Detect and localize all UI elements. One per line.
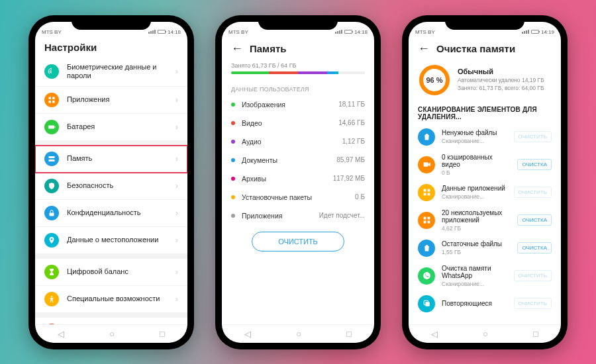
settings-row-lock[interactable]: Конфиденциальность› xyxy=(35,200,187,227)
settings-row-battery[interactable]: Батарея› xyxy=(35,114,187,140)
category-label: Аудио xyxy=(242,138,342,146)
section-title: ДАННЫЕ ПОЛЬЗОВАТЕЛЯ xyxy=(222,79,374,95)
cleanup-info: Остаточные файлы1,55 ГБ xyxy=(442,240,511,255)
settings-row-grid[interactable]: Приложения› xyxy=(35,87,187,114)
signal-icon xyxy=(335,30,342,34)
cleanup-action-button[interactable]: ОЧИСТИТЬ xyxy=(514,298,552,309)
ring-info: Обычный Автоматически удалено 14,19 ГБЗа… xyxy=(458,68,544,91)
phone-cleanup: MTS BY 14:19 ← Очистка памяти 96 % xyxy=(402,15,568,349)
nav-back-icon[interactable]: ◁ xyxy=(244,329,251,339)
chevron-right-icon: › xyxy=(175,295,178,304)
settings-row-shield[interactable]: Безопасность› xyxy=(35,173,187,200)
svg-point-10 xyxy=(51,296,52,297)
hourglass-icon xyxy=(44,265,59,279)
phone-settings: MTS BY 14:18 Настройки Биометрические да… xyxy=(28,15,194,349)
back-button[interactable]: ← xyxy=(231,42,243,56)
svg-rect-1 xyxy=(52,97,55,99)
cleanup-label: Повторяющиеся xyxy=(442,300,507,308)
nav-bar: ◁ ○ □ xyxy=(222,324,374,343)
cleanup-action-button[interactable]: ОЧИСТКА xyxy=(517,214,552,226)
nav-recent-icon[interactable]: □ xyxy=(160,329,165,339)
svg-rect-6 xyxy=(49,156,55,158)
phone-notch xyxy=(258,15,338,30)
chevron-right-icon: › xyxy=(175,267,178,277)
ring-title: Обычный xyxy=(458,68,544,75)
category-value: 85,97 МБ xyxy=(336,156,365,163)
row-label: Конфиденциальность xyxy=(67,208,175,217)
cleanup-content[interactable]: 96 % Обычный Автоматически удалено 14,19… xyxy=(409,60,561,324)
category-label: Архивы xyxy=(242,175,333,183)
storage-row[interactable]: Аудио1,12 ГБ xyxy=(222,132,374,151)
storage-row[interactable]: Видео14,66 ГБ xyxy=(222,114,374,132)
nav-recent-icon[interactable]: □ xyxy=(533,329,538,339)
storage-row[interactable]: ПриложенияИдет подсчет... xyxy=(222,206,374,225)
nav-back-icon[interactable]: ◁ xyxy=(58,329,64,339)
cleanup-row[interactable]: Очистка памяти WhatsAppСканирование...ОЧ… xyxy=(409,261,561,291)
cleanup-row[interactable]: Данные приложенийСканирование...ОЧИСТИТЬ xyxy=(409,180,561,205)
cleanup-action-button[interactable]: ОЧИСТИТЬ xyxy=(514,187,552,198)
cleanup-row[interactable]: Ненужные файлыСканирование...ОЧИСТИТЬ xyxy=(409,124,561,150)
chevron-right-icon: › xyxy=(175,181,178,191)
storage-row[interactable]: Изображения18,11 ГБ xyxy=(222,95,374,114)
usage-ring: 96 % xyxy=(418,64,451,97)
cleanup-label: 20 неиспользуемых приложений xyxy=(442,209,511,224)
carrier-label: MTS BY xyxy=(228,29,248,35)
svg-rect-2 xyxy=(49,101,52,103)
phone-notch xyxy=(445,15,524,30)
settings-row-storage[interactable]: Память› xyxy=(35,146,187,173)
phone-storage: MTS BY 14:18 ← Память Занято 61,73 ГБ / … xyxy=(215,15,381,349)
cleanup-action-button[interactable]: ОЧИСТКА xyxy=(517,159,552,170)
row-label: Цифровой баланс xyxy=(67,267,175,276)
battery-icon xyxy=(531,30,539,34)
settings-row-hourglass[interactable]: Цифровой баланс› xyxy=(35,259,187,286)
clean-button[interactable]: ОЧИСТИТЬ xyxy=(252,232,344,251)
cleanup-row[interactable]: 20 неиспользуемых приложений4,62 ГБОЧИСТ… xyxy=(409,205,561,236)
accessibility-icon xyxy=(44,292,59,306)
ring-percent: 96 % xyxy=(418,64,451,97)
svg-rect-16 xyxy=(427,189,430,192)
screen: MTS BY 14:18 Настройки Биометрические да… xyxy=(35,22,187,343)
row-label: Память xyxy=(67,154,175,163)
chevron-right-icon: › xyxy=(175,122,178,132)
settings-row-accessibility[interactable]: Специальные возможности› xyxy=(35,286,187,312)
settings-row-fingerprint[interactable]: Биометрические данные и пароли› xyxy=(35,57,187,87)
cleanup-action-button[interactable]: ОЧИСТИТЬ xyxy=(514,270,552,281)
settings-row-pin[interactable]: Данные о местоположении› xyxy=(35,227,187,253)
battery-icon xyxy=(344,30,352,34)
storage-row[interactable]: Установочные пакеты0 Б xyxy=(222,188,374,206)
svg-rect-15 xyxy=(423,189,426,192)
carrier-label: MTS BY xyxy=(42,29,62,35)
cleanup-row[interactable]: Остаточные файлы1,55 ГБОЧИСТКА xyxy=(409,236,561,261)
usage-bar xyxy=(231,71,365,74)
nav-back-icon[interactable]: ◁ xyxy=(431,329,438,339)
storage-content[interactable]: Занято 61,73 ГБ / 64 ГБ ДАННЫЕ ПОЛЬЗОВАТ… xyxy=(222,60,374,324)
battery-icon xyxy=(44,120,59,134)
nav-home-icon[interactable]: ○ xyxy=(296,329,301,339)
nav-home-icon[interactable]: ○ xyxy=(109,329,115,339)
cleanup-row[interactable]: ПовторяющиесяОЧИСТИТЬ xyxy=(409,291,561,316)
cleanup-sublabel: 4,62 ГБ xyxy=(442,225,511,232)
svg-rect-14 xyxy=(423,162,428,167)
cleanup-sublabel: Сканирование... xyxy=(442,193,507,200)
settings-list[interactable]: Биометрические данные и пароли›Приложени… xyxy=(35,57,187,324)
clock-label: 14:18 xyxy=(354,29,368,35)
whatsapp-icon xyxy=(418,267,435,285)
cleanup-action-button[interactable]: ОЧИСТИТЬ xyxy=(514,131,552,142)
storage-row[interactable]: Архивы117,92 МБ xyxy=(222,169,374,188)
settings-row-person[interactable]: Аккаунты› xyxy=(35,318,187,324)
nav-recent-icon[interactable]: □ xyxy=(346,329,352,339)
nav-home-icon[interactable]: ○ xyxy=(483,329,488,339)
page-title: Очистка памяти xyxy=(436,43,515,54)
cleanup-label: 0 кэшированных видео xyxy=(442,154,511,169)
pin-icon xyxy=(44,233,59,248)
phone-notch xyxy=(72,15,151,30)
chevron-right-icon: › xyxy=(175,67,178,76)
cleanup-action-button[interactable]: ОЧИСТКА xyxy=(517,242,552,253)
chevron-right-icon: › xyxy=(175,154,178,163)
back-button[interactable]: ← xyxy=(418,42,430,56)
svg-rect-3 xyxy=(52,101,55,103)
cleanup-sublabel: Сканирование... xyxy=(442,281,507,287)
storage-row[interactable]: Документы85,97 МБ xyxy=(222,151,374,169)
cleanup-row[interactable]: 0 кэшированных видео0 БОЧИСТКА xyxy=(409,150,561,180)
category-dot-icon xyxy=(231,121,235,125)
